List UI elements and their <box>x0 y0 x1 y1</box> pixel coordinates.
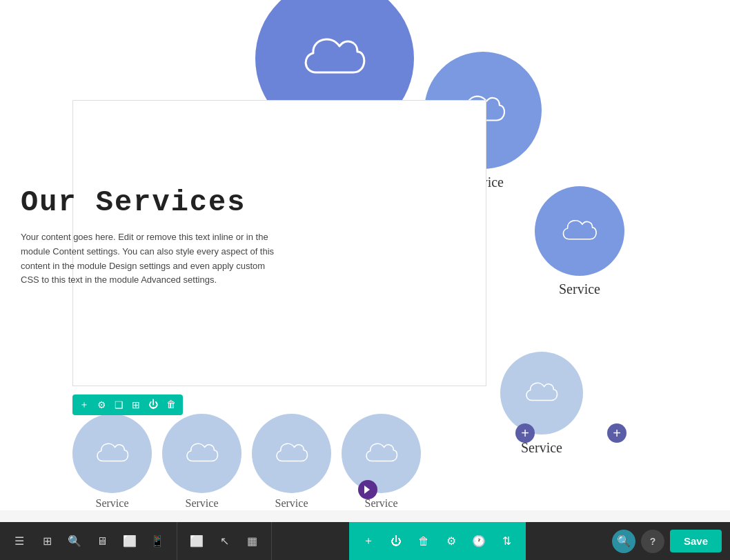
toolbar-group-view: ☰ ⊞ 🔍 🖥 ⬜ 📱 <box>0 522 177 560</box>
service-label-b3: Service <box>275 497 308 510</box>
bottom-toolbar: ☰ ⊞ 🔍 🖥 ⬜ 📱 ⬜ ↖ ▦ ＋ ⏻ 🗑 ⚙ 🕐 ⇅ 🔍 ? Save <box>0 522 730 560</box>
cursor-indicator <box>358 480 377 499</box>
canvas: Service Service Service Service Our Se <box>0 0 730 510</box>
circle-bottom-3 <box>252 414 331 493</box>
cloud-icon-b4 <box>362 439 402 468</box>
circle-small-4 <box>500 352 583 434</box>
mobile-button[interactable]: 📱 <box>145 529 170 554</box>
toolbar-layers-icon[interactable]: ❑ <box>115 399 124 411</box>
service-item-4: Service <box>342 414 421 510</box>
cloud-icon-4 <box>522 379 562 408</box>
toolbar-add-icon[interactable]: ＋ <box>79 399 89 411</box>
layout-button[interactable]: ▦ <box>239 529 264 554</box>
cloud-icon-1 <box>297 31 373 86</box>
tablet-button[interactable]: ⬜ <box>117 529 142 554</box>
settings-button[interactable]: ⚙ <box>439 529 464 554</box>
toolbar-group-right: 🔍 ? Save <box>604 522 730 560</box>
circle-small-3 <box>535 186 624 276</box>
search-circle-button[interactable]: 🔍 <box>612 530 635 553</box>
toolbar-trash-icon[interactable]: 🗑 <box>166 399 176 410</box>
delete-button[interactable]: 🗑 <box>411 529 436 554</box>
circle-bottom-1 <box>72 414 152 493</box>
service-item-1: Service <box>72 414 152 510</box>
circle-bottom-2 <box>162 414 241 493</box>
toolbar-group-select: ⬜ ↖ ▦ <box>177 522 272 560</box>
advanced-button[interactable]: ⇅ <box>494 529 519 554</box>
cloud-icon-3 <box>558 216 601 247</box>
desktop-button[interactable]: 🖥 <box>90 529 115 554</box>
module-toolbar[interactable]: ＋ ⚙ ❑ ⊞ ⏻ 🗑 <box>72 394 183 415</box>
hero-circle-4: Service <box>500 352 583 456</box>
toggle-button[interactable]: ⏻ <box>384 529 408 554</box>
search-view-button[interactable]: 🔍 <box>62 529 87 554</box>
toolbar-gear-icon[interactable]: ⚙ <box>97 399 106 411</box>
body-text: Your content goes here. Edit or remove t… <box>21 230 283 288</box>
toolbar-power-icon[interactable]: ⏻ <box>148 399 158 410</box>
toolbar-group-teal: ＋ ⏻ 🗑 ⚙ 🕐 ⇅ <box>349 522 526 560</box>
service-label-b2: Service <box>186 497 219 510</box>
save-button[interactable]: Save <box>670 530 722 552</box>
page-title: Our Services <box>21 186 283 219</box>
cloud-icon-b2 <box>182 439 222 468</box>
cloud-icon-b1 <box>92 439 132 468</box>
help-button[interactable]: ? <box>641 530 664 553</box>
service-item-3: Service <box>252 414 331 510</box>
text-section: Our Services Your content goes here. Edi… <box>21 186 283 288</box>
circle-bottom-4 <box>342 414 421 493</box>
schedule-button[interactable]: 🕐 <box>466 529 491 554</box>
service-label-4: Service <box>500 440 583 456</box>
add-element-button[interactable]: ＋ <box>356 529 381 554</box>
grid-button[interactable]: ⊞ <box>34 529 59 554</box>
toolbar-columns-icon[interactable]: ⊞ <box>132 399 140 411</box>
service-label-3: Service <box>535 281 624 297</box>
cloud-icon-b3 <box>272 439 312 468</box>
service-item-2: Service <box>162 414 241 510</box>
menu-button[interactable]: ☰ <box>7 529 32 554</box>
plus-button-1[interactable]: + <box>515 423 535 443</box>
cursor-button[interactable]: ↖ <box>212 529 237 554</box>
select-button[interactable]: ⬜ <box>184 529 209 554</box>
hero-circle-3: Service <box>535 186 624 297</box>
service-label-b1: Service <box>96 497 129 510</box>
plus-button-2[interactable]: + <box>607 423 627 443</box>
